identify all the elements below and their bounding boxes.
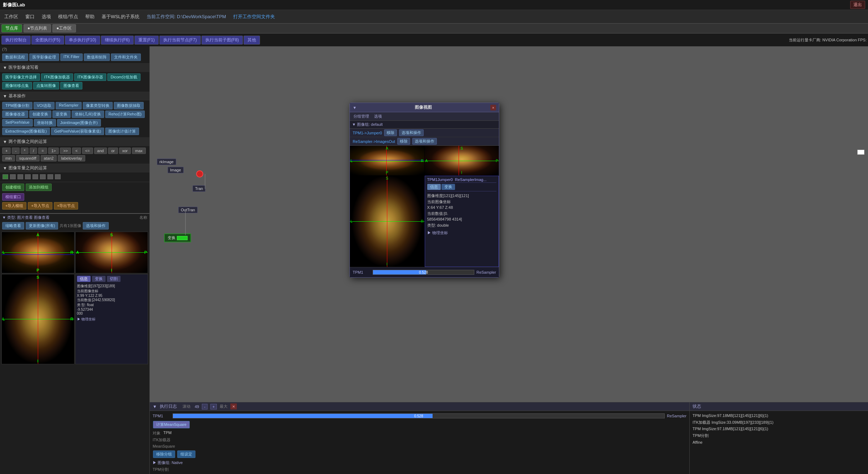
const-box2[interactable] [10, 174, 16, 179]
btn-img-pointset[interactable]: 图像转移点集 [2, 82, 32, 89]
small-tab-transform[interactable]: 变换 [92, 276, 106, 282]
menu-wsl[interactable]: 基于WSL的子系统 [99, 13, 142, 21]
tab-node-list[interactable]: ●节点列表 [24, 24, 51, 32]
modal-tab-info[interactable]: 信息 [427, 184, 441, 190]
exit-btn[interactable]: 退出 [850, 1, 865, 9]
small-mri-coronal[interactable]: S I L R [1, 274, 75, 365]
menu-workspace[interactable]: 工作区 [2, 13, 20, 21]
modal-toolbar-options[interactable]: 选项 [373, 113, 383, 119]
btn-pixel-type[interactable]: 像素类型转换 [83, 102, 113, 109]
modal-physical-coords[interactable]: ▶ 物理坐标 [427, 230, 497, 236]
section-img-const-header[interactable]: ▼ 图像常量之间的运算 [0, 164, 149, 172]
btn-img-view[interactable]: 图像查看 [60, 82, 82, 89]
cat-itk-filter[interactable]: ITK Filter [60, 53, 83, 61]
canvas-area[interactable]: rkImage Image Tran OutTran 变换 [150, 46, 868, 402]
btn-create-transform[interactable]: 创建变换 [29, 110, 51, 118]
btn-view-options[interactable]: 选项和操作 [83, 222, 109, 230]
canvas-node-rkimage[interactable]: rkImage [157, 159, 176, 165]
op-gt1[interactable]: 1> [48, 148, 59, 154]
btn-voi[interactable]: VOI选取 [34, 102, 55, 109]
op-atan2[interactable]: atan2 [41, 155, 57, 161]
canvas-node-transform[interactable]: 变换 [164, 233, 191, 242]
btn-resampler[interactable]: ReSampler [56, 102, 82, 109]
toolbar-others[interactable]: 其他 [244, 36, 260, 45]
section-basic-ops-header[interactable]: ▼ 基本操作 [0, 92, 149, 101]
btn-export-node[interactable]: +导出节点 [54, 202, 78, 210]
btn-reho[interactable]: Reho(计算Reho图) [105, 110, 145, 118]
cat-matrix[interactable]: 数值和矩阵 [84, 53, 110, 61]
op-or[interactable]: or [108, 148, 118, 154]
cat-medical-imaging[interactable]: 医学影像处理 [29, 53, 59, 61]
toolbar-reset[interactable]: 重置(F1) [134, 36, 159, 45]
btn-itk-saver[interactable]: ITK图像保存器 [74, 73, 106, 81]
op-equal[interactable]: = [38, 148, 47, 154]
btn-remove-group[interactable]: 移除分组 [153, 450, 175, 458]
toolbar-run-subgraph[interactable]: 执行当前子图(F8) [201, 36, 243, 45]
modal-toolbar-group[interactable]: 分组管理 [352, 113, 371, 119]
op-max[interactable]: max [132, 148, 146, 154]
menu-options[interactable]: 选项 [40, 13, 53, 21]
small-mri-axial[interactable]: A P L R [1, 232, 75, 273]
btn-img-data-extract[interactable]: 图像数据抽取 [114, 102, 144, 109]
btn-dicom-load[interactable]: Dicom分组加载 [107, 73, 141, 81]
op-squarediff[interactable]: squarediff [16, 155, 40, 161]
btn-itk-loader[interactable]: ITK图像加载器 [41, 73, 73, 81]
modal-image-viewer[interactable]: ▼ 图像视图 × 分组管理 选项 ▼ 图像组: default TPM1->Ju… [349, 103, 499, 278]
op-min[interactable]: min [2, 155, 15, 161]
log-minus-btn[interactable]: - [202, 404, 208, 409]
modal-mri-sagittal[interactable]: S I A P [425, 146, 499, 175]
btn-set-pixel[interactable]: SetPixelValue [2, 119, 33, 127]
op-divide[interactable]: / [30, 148, 37, 154]
op-le[interactable]: <= [82, 148, 93, 154]
modal-close-btn[interactable]: × [490, 105, 496, 110]
toolbar-run-node[interactable]: 执行当前节点(F7) [159, 36, 201, 45]
canvas-node-image[interactable]: Image [168, 167, 184, 173]
btn-module-window[interactable]: 模组窗口 [2, 193, 24, 201]
small-tab-cut[interactable]: 切割 [107, 276, 121, 282]
small-mri-sagittal[interactable]: S I A P [75, 232, 148, 273]
btn-tpm-segment[interactable]: TPM图像分割 [2, 102, 32, 109]
op-plus[interactable]: + [2, 148, 11, 154]
section-two-image-header[interactable]: ▼ 两个图像之间的运算 [0, 137, 149, 146]
toolbar-continue[interactable]: 继续执行(F6) [101, 36, 134, 45]
node-dot-red[interactable] [196, 170, 203, 177]
op-and[interactable]: and [94, 148, 107, 154]
modal-img2-remove[interactable]: 移除 [397, 138, 410, 145]
btn-calc-meansquare[interactable]: 计算MeanSquare [153, 421, 190, 428]
small-physical-coords[interactable]: ▶ 物理坐标 [77, 317, 147, 322]
toolbar-run-all[interactable]: 全图执行(F5) [31, 36, 64, 45]
btn-create-module[interactable]: 创建模组 [2, 184, 24, 191]
btn-add-to-module[interactable]: 添加到模组 [26, 184, 52, 191]
const-box8[interactable] [55, 174, 61, 179]
const-box5[interactable] [32, 174, 38, 179]
btn-import-module[interactable]: +导入模组 [2, 202, 26, 210]
cat-file[interactable]: 文件和文件夹 [111, 53, 141, 61]
log-native-group[interactable]: ▶ 图像组: Native [153, 459, 686, 466]
btn-extract-image[interactable]: ExtractImage(图像截取) [2, 128, 50, 135]
op-lt[interactable]: < [72, 148, 81, 154]
btn-medical-file-select[interactable]: 医学影像文件选择 [2, 73, 40, 81]
op-labeloverlay[interactable]: labeloverlay [58, 155, 85, 161]
const-box7[interactable] [47, 174, 53, 179]
tab-node-library[interactable]: 节点库 [1, 24, 22, 32]
menu-module-node[interactable]: 模组/节点 [56, 13, 80, 21]
btn-thumbnail-view[interactable]: 缩略查看 [2, 222, 24, 230]
op-shr[interactable]: >> [60, 148, 71, 154]
modal-tab-transform[interactable]: 变换 [441, 184, 455, 190]
btn-import-node[interactable]: +导入节点 [28, 202, 52, 210]
log-content[interactable]: TPM1 0.528 ReSampler 计算MeanSquare 对象 TPM [150, 411, 689, 474]
modal-img1-options[interactable]: 选项和操作 [399, 129, 424, 136]
modal-mri-axial[interactable]: A P L R [350, 146, 424, 175]
cat-data-flow[interactable]: 数据和流程 [2, 53, 28, 61]
btn-img-stats[interactable]: 图像统计值计算 [105, 128, 139, 135]
toolbar-step[interactable]: 单步执行(F10) [65, 36, 100, 45]
const-box1[interactable] [2, 174, 8, 179]
modal-group-label[interactable]: ▼ 图像组: default [352, 122, 497, 127]
log-plus-btn[interactable]: + [210, 404, 217, 409]
btn-inverse-transform[interactable]: 逆变换 [52, 110, 71, 118]
menu-window[interactable]: 窗口 [23, 13, 37, 21]
btn-pointset-img[interactable]: 点集转图像 [33, 82, 59, 89]
menu-open-folder[interactable]: 打开工作空间文件夹 [231, 13, 277, 21]
op-multiply[interactable]: * [21, 148, 29, 154]
canvas-node-tran[interactable]: Tran [193, 185, 205, 192]
